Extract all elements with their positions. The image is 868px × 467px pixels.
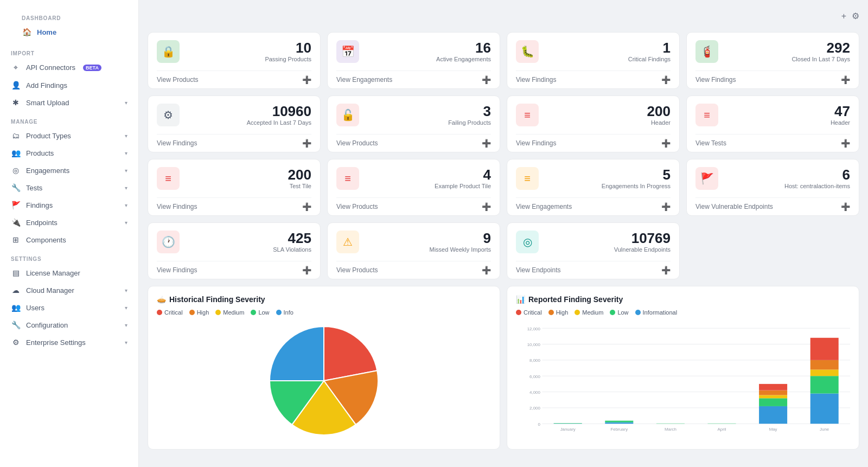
card-footer[interactable]: View Findings ➕: [157, 197, 311, 215]
card-footer[interactable]: View Products ➕: [336, 134, 491, 152]
bar-may-high: [759, 391, 787, 395]
card-footer[interactable]: View Endpoints ➕: [516, 261, 671, 279]
card-footer-text: View Engagements: [336, 76, 392, 84]
add-icon[interactable]: +: [841, 11, 846, 21]
card-footer[interactable]: View Products ➕: [336, 261, 491, 279]
sidebar-item-home[interactable]: 🏠 Home: [11, 23, 127, 41]
sidebar-item-engagements[interactable]: ◎ Engagements ▾: [0, 162, 138, 179]
settings-section-label: SETTINGS: [0, 248, 138, 264]
card-footer-text: View Products: [336, 203, 378, 210]
card-icon: ≡: [336, 167, 359, 190]
product-types-arrow: ▾: [125, 133, 127, 139]
bar-legend-informational: Informational: [635, 309, 678, 316]
svg-text:10,000: 10,000: [527, 342, 541, 347]
sidebar-item-configuration[interactable]: 🔧 Configuration ▾: [0, 316, 138, 334]
sidebar-item-license-manager[interactable]: ▤ License Manager: [0, 264, 138, 282]
card-label: Missed Weekly Imports: [430, 246, 492, 253]
card-footer-text: View Findings: [157, 139, 197, 147]
card-value-group: 10960 Accepted In Last 7 Days: [247, 104, 311, 126]
card-footer[interactable]: View Findings ➕: [516, 71, 671, 88]
card-footer-arrow: ➕: [302, 202, 311, 211]
bar-may-info: [759, 406, 787, 424]
card-value-group: 200 Test Tile: [288, 167, 311, 189]
pie-chart-visual: [157, 321, 491, 440]
sidebar-item-smart-upload[interactable]: ✱ Smart Upload ▾: [0, 94, 138, 111]
sidebar-item-endpoints[interactable]: 🔌 Endpoints ▾: [0, 214, 138, 231]
card-footer[interactable]: View Products ➕: [336, 197, 491, 215]
card-footer[interactable]: View Findings ➕: [695, 71, 850, 88]
card-value: 4: [435, 167, 491, 183]
svg-text:January: January: [560, 427, 576, 432]
sidebar-item-cloud-manager[interactable]: ☁ Cloud Manager ▾: [0, 282, 138, 299]
card-top: 🚩 6 Host: centralaction-items: [695, 167, 850, 190]
users-arrow: ▾: [125, 305, 127, 311]
card-label: Example Product Tile: [435, 183, 491, 189]
findings-arrow: ▾: [125, 202, 127, 208]
card-footer[interactable]: View Findings ➕: [516, 134, 671, 152]
card-value: 6: [784, 167, 850, 183]
svg-text:April: April: [718, 427, 726, 432]
card-icon: ≡: [695, 104, 718, 126]
legend-label: Informational: [643, 309, 678, 316]
card-footer[interactable]: View Findings ➕: [157, 261, 311, 279]
card-top: 🕐 425 SLA Violations: [157, 231, 311, 253]
stat-card-closed-last-7-days: 🧯 292 Closed In Last 7 Days View Finding…: [686, 32, 859, 89]
findings-icon: 🚩: [11, 201, 21, 209]
card-top: ≡ 4 Example Product Tile: [336, 167, 491, 190]
bar-chart-legend: CriticalHighMediumLowInformational: [516, 309, 850, 316]
stat-card-example-product-tile: ≡ 4 Example Product Tile View Products ➕: [327, 159, 500, 216]
sidebar-item-api-connectors[interactable]: ⌖ API Connectors BETA: [0, 59, 138, 76]
card-footer[interactable]: View Findings ➕: [157, 134, 311, 152]
stat-card-header-47: ≡ 47 Header View Tests ➕: [686, 95, 859, 152]
settings-icon[interactable]: ⚙: [852, 11, 859, 21]
card-footer-arrow: ➕: [482, 266, 491, 274]
card-value: 292: [792, 40, 850, 56]
sidebar-item-products[interactable]: 👥 Products ▾: [0, 144, 138, 162]
card-footer[interactable]: View Products ➕: [157, 71, 311, 88]
card-footer[interactable]: View Engagements ➕: [336, 71, 491, 88]
configuration-icon: 🔧: [11, 321, 21, 329]
stat-card-passing-products: 🔒 10 Passing Products View Products ➕: [148, 32, 321, 89]
sidebar-item-users[interactable]: 👥 Users ▾: [0, 299, 138, 316]
card-top: 🧯 292 Closed In Last 7 Days: [695, 40, 850, 63]
card-footer-text: View Vulnerable Endpoints: [695, 203, 773, 210]
charts-row: 🥧 Historical Finding Severity CriticalHi…: [148, 286, 859, 450]
card-label: Engagements In Progress: [602, 183, 671, 189]
pie-legend-low: Low: [251, 309, 269, 316]
svg-text:2,000: 2,000: [529, 406, 540, 411]
smart-upload-arrow: ▾: [125, 100, 127, 106]
card-footer[interactable]: View Vulnerable Endpoints ➕: [695, 197, 850, 215]
card-icon: ⚠: [336, 231, 359, 253]
card-footer-text: View Findings: [516, 76, 556, 84]
card-footer-text: View Products: [336, 266, 378, 274]
card-value: 9: [430, 231, 492, 246]
card-footer-text: View Products: [157, 76, 198, 84]
card-label: Active Engagements: [436, 56, 491, 62]
bar-may-low: [759, 398, 787, 406]
bar-june-critical: [810, 338, 839, 360]
card-footer[interactable]: View Engagements ➕: [516, 197, 671, 215]
bar-chart-icon: 📊: [516, 295, 525, 304]
sidebar-item-add-findings[interactable]: 👤 Add Findings: [0, 76, 138, 94]
card-top: 📅 16 Active Engagements: [336, 40, 491, 63]
svg-text:June: June: [820, 427, 829, 432]
card-label: Header: [831, 119, 850, 126]
legend-dot: [251, 310, 256, 315]
sidebar-item-findings[interactable]: 🚩 Findings ▾: [0, 196, 138, 214]
card-footer-text: View Endpoints: [516, 266, 561, 274]
card-footer[interactable]: View Tests ➕: [695, 134, 850, 152]
card-footer-arrow: ➕: [302, 266, 311, 274]
sidebar-item-enterprise-settings[interactable]: ⚙ Enterprise Settings ▾: [0, 334, 138, 351]
card-icon: 📅: [336, 40, 359, 63]
dashboard-section-label: DASHBOARD: [11, 8, 127, 23]
card-footer-arrow: ➕: [661, 75, 671, 84]
engagements-arrow: ▾: [125, 168, 127, 174]
svg-text:March: March: [665, 427, 676, 432]
sidebar-item-components[interactable]: ⊞ Components: [0, 231, 138, 248]
sidebar-item-tests[interactable]: 🔧 Tests ▾: [0, 179, 138, 196]
sidebar-item-product-types[interactable]: 🗂 Product Types ▾: [0, 127, 138, 144]
card-value-group: 200 Header: [647, 104, 671, 126]
legend-label: Critical: [524, 309, 542, 316]
card-value-group: 4 Example Product Tile: [435, 167, 491, 189]
card-footer-arrow: ➕: [482, 202, 491, 211]
